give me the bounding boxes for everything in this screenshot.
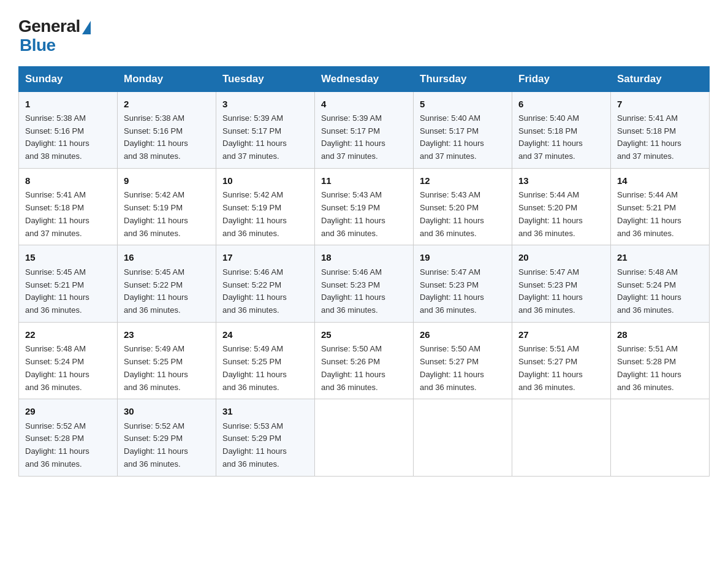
day-number: 11 bbox=[321, 174, 407, 188]
calendar-cell bbox=[414, 399, 512, 476]
calendar-cell: 12Sunrise: 5:43 AMSunset: 5:20 PMDayligh… bbox=[414, 169, 512, 245]
calendar-week-row-4: 22Sunrise: 5:48 AMSunset: 5:24 PMDayligh… bbox=[19, 322, 710, 399]
day-number: 15 bbox=[25, 250, 111, 264]
calendar-cell: 21Sunrise: 5:48 AMSunset: 5:24 PMDayligh… bbox=[611, 245, 710, 322]
calendar-cell: 1Sunrise: 5:38 AMSunset: 5:16 PMDaylight… bbox=[19, 91, 118, 168]
day-number: 28 bbox=[617, 327, 703, 342]
calendar-cell: 15Sunrise: 5:45 AMSunset: 5:21 PMDayligh… bbox=[19, 245, 118, 322]
day-number: 24 bbox=[222, 327, 308, 342]
day-number: 6 bbox=[518, 97, 604, 111]
day-info: Sunrise: 5:52 AMSunset: 5:29 PMDaylight:… bbox=[124, 420, 210, 471]
day-info: Sunrise: 5:45 AMSunset: 5:21 PMDaylight:… bbox=[25, 266, 111, 317]
calendar-cell: 13Sunrise: 5:44 AMSunset: 5:20 PMDayligh… bbox=[512, 169, 611, 245]
day-number: 26 bbox=[420, 327, 506, 342]
day-info: Sunrise: 5:50 AMSunset: 5:27 PMDaylight:… bbox=[420, 343, 506, 394]
calendar-cell bbox=[611, 399, 710, 476]
day-info: Sunrise: 5:43 AMSunset: 5:19 PMDaylight:… bbox=[321, 189, 407, 240]
calendar-cell: 27Sunrise: 5:51 AMSunset: 5:27 PMDayligh… bbox=[512, 322, 611, 399]
day-number: 16 bbox=[124, 250, 210, 264]
day-number: 10 bbox=[222, 174, 308, 188]
day-number: 12 bbox=[420, 174, 506, 188]
calendar-cell: 14Sunrise: 5:44 AMSunset: 5:21 PMDayligh… bbox=[611, 169, 710, 245]
day-number: 20 bbox=[518, 250, 604, 264]
weekday-header-monday: Monday bbox=[118, 66, 216, 91]
day-info: Sunrise: 5:48 AMSunset: 5:24 PMDaylight:… bbox=[617, 266, 703, 317]
calendar-cell: 30Sunrise: 5:52 AMSunset: 5:29 PMDayligh… bbox=[118, 399, 216, 476]
calendar-cell: 25Sunrise: 5:50 AMSunset: 5:26 PMDayligh… bbox=[315, 322, 414, 399]
day-info: Sunrise: 5:39 AMSunset: 5:17 PMDaylight:… bbox=[222, 112, 308, 163]
logo: General Blue bbox=[18, 17, 91, 55]
calendar-cell: 9Sunrise: 5:42 AMSunset: 5:19 PMDaylight… bbox=[118, 169, 216, 245]
day-number: 23 bbox=[124, 327, 210, 342]
day-info: Sunrise: 5:38 AMSunset: 5:16 PMDaylight:… bbox=[124, 112, 210, 163]
page-header: General Blue bbox=[18, 12, 710, 55]
day-info: Sunrise: 5:41 AMSunset: 5:18 PMDaylight:… bbox=[25, 189, 111, 240]
day-info: Sunrise: 5:39 AMSunset: 5:17 PMDaylight:… bbox=[321, 112, 407, 163]
day-number: 1 bbox=[25, 97, 111, 111]
day-info: Sunrise: 5:44 AMSunset: 5:20 PMDaylight:… bbox=[518, 189, 604, 240]
calendar-week-row-3: 15Sunrise: 5:45 AMSunset: 5:21 PMDayligh… bbox=[19, 245, 710, 322]
calendar-cell: 31Sunrise: 5:53 AMSunset: 5:29 PMDayligh… bbox=[216, 399, 315, 476]
calendar-cell: 8Sunrise: 5:41 AMSunset: 5:18 PMDaylight… bbox=[19, 169, 118, 245]
day-info: Sunrise: 5:51 AMSunset: 5:28 PMDaylight:… bbox=[617, 343, 703, 394]
day-info: Sunrise: 5:47 AMSunset: 5:23 PMDaylight:… bbox=[420, 266, 506, 317]
calendar-week-row-1: 1Sunrise: 5:38 AMSunset: 5:16 PMDaylight… bbox=[19, 91, 710, 168]
day-info: Sunrise: 5:38 AMSunset: 5:16 PMDaylight:… bbox=[25, 112, 111, 163]
day-info: Sunrise: 5:43 AMSunset: 5:20 PMDaylight:… bbox=[420, 189, 506, 240]
day-number: 14 bbox=[617, 174, 703, 188]
day-number: 9 bbox=[124, 174, 210, 188]
calendar-cell: 28Sunrise: 5:51 AMSunset: 5:28 PMDayligh… bbox=[611, 322, 710, 399]
calendar-cell: 23Sunrise: 5:49 AMSunset: 5:25 PMDayligh… bbox=[118, 322, 216, 399]
day-number: 3 bbox=[222, 97, 308, 111]
day-number: 18 bbox=[321, 250, 407, 264]
day-number: 22 bbox=[25, 327, 111, 342]
day-number: 29 bbox=[25, 404, 111, 418]
day-info: Sunrise: 5:44 AMSunset: 5:21 PMDaylight:… bbox=[617, 189, 703, 240]
weekday-header-tuesday: Tuesday bbox=[216, 66, 315, 91]
day-info: Sunrise: 5:52 AMSunset: 5:28 PMDaylight:… bbox=[25, 420, 111, 471]
day-info: Sunrise: 5:41 AMSunset: 5:18 PMDaylight:… bbox=[617, 112, 703, 163]
calendar-cell: 29Sunrise: 5:52 AMSunset: 5:28 PMDayligh… bbox=[19, 399, 118, 476]
day-number: 21 bbox=[617, 250, 703, 264]
weekday-header-row: SundayMondayTuesdayWednesdayThursdayFrid… bbox=[19, 66, 710, 91]
day-number: 5 bbox=[420, 97, 506, 111]
day-number: 13 bbox=[518, 174, 604, 188]
day-info: Sunrise: 5:46 AMSunset: 5:22 PMDaylight:… bbox=[222, 266, 308, 317]
day-number: 8 bbox=[25, 174, 111, 188]
weekday-header-wednesday: Wednesday bbox=[315, 66, 414, 91]
calendar-cell: 2Sunrise: 5:38 AMSunset: 5:16 PMDaylight… bbox=[118, 91, 216, 168]
day-number: 27 bbox=[518, 327, 604, 342]
day-number: 2 bbox=[124, 97, 210, 111]
calendar-cell: 20Sunrise: 5:47 AMSunset: 5:23 PMDayligh… bbox=[512, 245, 611, 322]
day-info: Sunrise: 5:42 AMSunset: 5:19 PMDaylight:… bbox=[222, 189, 308, 240]
day-info: Sunrise: 5:47 AMSunset: 5:23 PMDaylight:… bbox=[518, 266, 604, 317]
calendar-cell: 17Sunrise: 5:46 AMSunset: 5:22 PMDayligh… bbox=[216, 245, 315, 322]
day-number: 30 bbox=[124, 404, 210, 418]
day-number: 4 bbox=[321, 97, 407, 111]
day-info: Sunrise: 5:51 AMSunset: 5:27 PMDaylight:… bbox=[518, 343, 604, 394]
day-info: Sunrise: 5:40 AMSunset: 5:18 PMDaylight:… bbox=[518, 112, 604, 163]
calendar-week-row-2: 8Sunrise: 5:41 AMSunset: 5:18 PMDaylight… bbox=[19, 169, 710, 245]
weekday-header-thursday: Thursday bbox=[414, 66, 512, 91]
calendar-cell: 26Sunrise: 5:50 AMSunset: 5:27 PMDayligh… bbox=[414, 322, 512, 399]
calendar-week-row-5: 29Sunrise: 5:52 AMSunset: 5:28 PMDayligh… bbox=[19, 399, 710, 476]
day-info: Sunrise: 5:49 AMSunset: 5:25 PMDaylight:… bbox=[222, 343, 308, 394]
calendar-cell: 22Sunrise: 5:48 AMSunset: 5:24 PMDayligh… bbox=[19, 322, 118, 399]
calendar-table: SundayMondayTuesdayWednesdayThursdayFrid… bbox=[18, 66, 710, 477]
weekday-header-sunday: Sunday bbox=[19, 66, 118, 91]
calendar-cell: 19Sunrise: 5:47 AMSunset: 5:23 PMDayligh… bbox=[414, 245, 512, 322]
day-info: Sunrise: 5:49 AMSunset: 5:25 PMDaylight:… bbox=[124, 343, 210, 394]
weekday-header-friday: Friday bbox=[512, 66, 611, 91]
day-info: Sunrise: 5:45 AMSunset: 5:22 PMDaylight:… bbox=[124, 266, 210, 317]
calendar-cell: 16Sunrise: 5:45 AMSunset: 5:22 PMDayligh… bbox=[118, 245, 216, 322]
day-number: 31 bbox=[222, 404, 308, 418]
day-number: 19 bbox=[420, 250, 506, 264]
calendar-cell: 4Sunrise: 5:39 AMSunset: 5:17 PMDaylight… bbox=[315, 91, 414, 168]
day-info: Sunrise: 5:40 AMSunset: 5:17 PMDaylight:… bbox=[420, 112, 506, 163]
logo-general: General bbox=[18, 17, 80, 36]
calendar-cell: 7Sunrise: 5:41 AMSunset: 5:18 PMDaylight… bbox=[611, 91, 710, 168]
calendar-cell bbox=[512, 399, 611, 476]
day-info: Sunrise: 5:48 AMSunset: 5:24 PMDaylight:… bbox=[25, 343, 111, 394]
day-number: 17 bbox=[222, 250, 308, 264]
calendar-cell bbox=[315, 399, 414, 476]
